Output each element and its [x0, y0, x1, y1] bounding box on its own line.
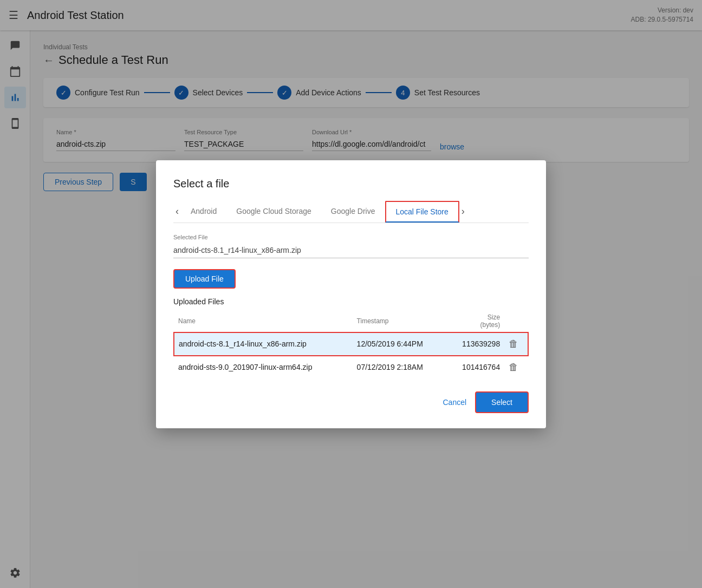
delete-icon[interactable]: 🗑	[509, 362, 518, 373]
tab-google-drive[interactable]: Google Drive	[321, 201, 385, 222]
col-header-name: Name	[174, 310, 353, 332]
tab-google-cloud-storage[interactable]: Google Cloud Storage	[226, 201, 321, 222]
modal: Select a file ‹ Android Google Cloud Sto…	[156, 160, 546, 428]
file-size: 113639298	[446, 332, 505, 356]
tab-next-button[interactable]: ›	[459, 206, 467, 217]
tab-local-file-store[interactable]: Local File Store	[385, 201, 459, 223]
tabs-container: ‹ Android Google Cloud Storage Google Dr…	[173, 201, 529, 223]
file-name: android-cts-8.1_r14-linux_x86-arm.zip	[174, 332, 353, 356]
tab-prev-button[interactable]: ‹	[173, 206, 181, 217]
modal-overlay[interactable]: Select a file ‹ Android Google Cloud Sto…	[0, 0, 702, 588]
table-row[interactable]: android-cts-8.1_r14-linux_x86-arm.zip 12…	[174, 332, 528, 356]
file-table: Name Timestamp Size(bytes) android-cts-8…	[173, 310, 529, 378]
file-delete[interactable]: 🗑	[504, 332, 528, 356]
selected-file-label: Selected File	[173, 234, 529, 240]
modal-title: Select a file	[173, 178, 529, 190]
col-header-action	[504, 310, 528, 332]
file-timestamp: 12/05/2019 6:44PM	[353, 332, 446, 356]
selected-file-input[interactable]	[173, 243, 529, 258]
upload-file-button[interactable]: Upload File	[173, 269, 236, 289]
col-header-timestamp: Timestamp	[353, 310, 446, 332]
file-size: 101416764	[446, 356, 505, 378]
tab-android[interactable]: Android	[181, 201, 226, 222]
uploaded-files-title: Uploaded Files	[173, 297, 529, 306]
file-timestamp: 07/12/2019 2:18AM	[353, 356, 446, 378]
table-row[interactable]: android-sts-9.0_201907-linux-arm64.zip 0…	[174, 356, 528, 378]
delete-icon[interactable]: 🗑	[509, 338, 518, 349]
modal-footer: Cancel Select	[173, 391, 529, 413]
file-name: android-sts-9.0_201907-linux-arm64.zip	[174, 356, 353, 378]
selected-file-field: Selected File	[173, 234, 529, 258]
select-button[interactable]: Select	[475, 391, 529, 413]
cancel-button[interactable]: Cancel	[443, 398, 466, 407]
col-header-size: Size(bytes)	[446, 310, 505, 332]
file-delete[interactable]: 🗑	[504, 356, 528, 378]
